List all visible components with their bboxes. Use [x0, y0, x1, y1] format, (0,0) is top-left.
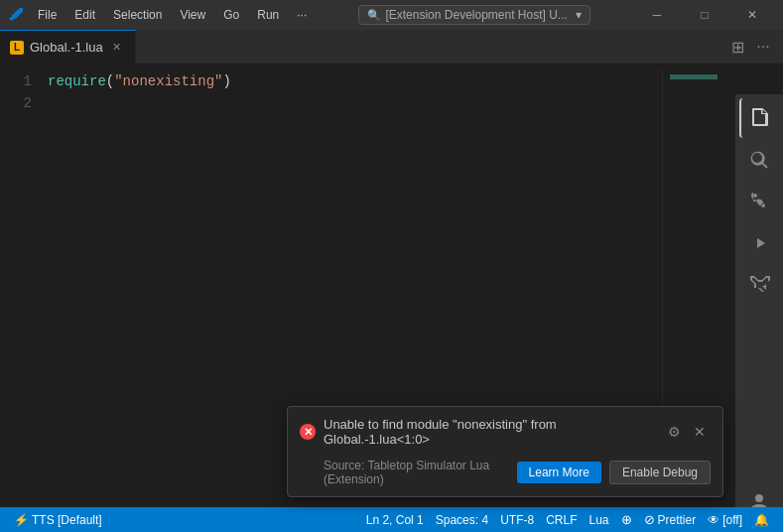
tab-actions: ⊞ ···: [725, 35, 783, 59]
sidebar-item-run-debug[interactable]: [739, 223, 779, 263]
maximize-button[interactable]: □: [682, 0, 727, 30]
learn-more-button[interactable]: Learn More: [517, 462, 601, 483]
search-icon: 🔍: [367, 9, 381, 22]
sidebar-item-search[interactable]: [739, 140, 779, 180]
notification-popup: ✕ Unable to find module "nonexisting" fr…: [287, 406, 723, 497]
line-ending[interactable]: CRLF: [540, 507, 583, 532]
notification-header: ✕ Unable to find module "nonexisting" fr…: [288, 407, 722, 453]
prettier-text: Prettier: [658, 513, 697, 527]
tab-global-lua[interactable]: L Global.-1.lua ✕: [0, 30, 136, 65]
line-number-2: 2: [8, 92, 32, 114]
encoding[interactable]: UTF-8: [494, 507, 540, 532]
eye-status: [off]: [722, 513, 742, 527]
notification-top-actions: ⚙ ✕: [663, 421, 711, 443]
notification-footer: Source: Tabletop Simulator Lua (Extensio…: [288, 453, 722, 496]
eye-button[interactable]: 👁 [off]: [702, 507, 748, 532]
title-bar-search[interactable]: 🔍 [Extension Development Host] U... ▾: [358, 5, 589, 25]
activity-bar: [735, 94, 783, 532]
prettier-button[interactable]: ⊘ Prettier: [638, 507, 703, 532]
line-ending-text: CRLF: [546, 513, 577, 527]
sidebar-item-extensions[interactable]: [739, 265, 779, 305]
remote-indicator[interactable]: ⚡ TTS [Default]: [8, 507, 108, 532]
minimap-code-indicator: [670, 74, 718, 79]
enable-debug-button[interactable]: Enable Debug: [609, 461, 711, 484]
language-mode[interactable]: Lua: [583, 507, 614, 532]
eye-icon: 👁: [708, 513, 719, 527]
menu-selection[interactable]: Selection: [105, 6, 170, 24]
title-bar: File Edit Selection View Go Run ··· 🔍 [E…: [0, 0, 783, 30]
search-text: [Extension Development Host] U...: [385, 8, 567, 22]
menu-run[interactable]: Run: [249, 6, 287, 24]
notification-gear-button[interactable]: ⚙: [663, 421, 685, 443]
notification-close-button[interactable]: ✕: [689, 421, 711, 443]
remote-name: TTS [Default]: [32, 513, 102, 527]
window-controls: ─ □ ✕: [634, 0, 775, 30]
status-bar: ⚡ TTS [Default] Ln 2, Col 1 Spaces: 4 UT…: [0, 507, 783, 532]
chevron-down-icon: ▾: [576, 8, 582, 22]
tab-bar: L Global.-1.lua ✕ ⊞ ···: [0, 30, 783, 65]
menu-bar: File Edit Selection View Go Run ···: [30, 6, 315, 24]
position-text: Ln 2, Col 1: [366, 513, 424, 527]
line-number-1: 1: [8, 70, 32, 92]
tab-filename: Global.-1.lua: [30, 40, 103, 55]
code-keyword-require: require: [48, 70, 106, 92]
sidebar-item-explorer[interactable]: [739, 98, 779, 138]
vertical-scrollbar[interactable]: [721, 70, 735, 501]
tab-layout-button[interactable]: ⊞: [725, 35, 749, 59]
cursor-position[interactable]: Ln 2, Col 1: [360, 507, 430, 532]
spaces-text: Spaces: 4: [436, 513, 488, 527]
error-icon: ✕: [300, 424, 316, 440]
menu-view[interactable]: View: [172, 6, 213, 24]
notifications-bell[interactable]: 🔔: [748, 507, 775, 532]
encoding-text: UTF-8: [500, 513, 534, 527]
tab-more-button[interactable]: ···: [751, 35, 775, 59]
bell-icon: 🔔: [754, 513, 769, 527]
close-button[interactable]: ✕: [729, 0, 775, 30]
status-bar-right: Ln 2, Col 1 Spaces: 4 UTF-8 CRLF Lua ⊕ ⊘…: [360, 507, 775, 532]
code-line-2: [48, 92, 654, 114]
format-button[interactable]: ⊕: [615, 507, 638, 532]
menu-go[interactable]: Go: [215, 6, 247, 24]
remote-icon: ⚡: [14, 513, 29, 527]
menu-file[interactable]: File: [30, 6, 65, 24]
sidebar-item-source-control[interactable]: [739, 182, 779, 221]
tab-close-button[interactable]: ✕: [109, 40, 125, 56]
code-string-nonexisting: "nonexisting": [114, 70, 222, 92]
format-icon: ⊕: [621, 512, 632, 527]
notification-source: Source: Tabletop Simulator Lua (Extensio…: [324, 459, 509, 486]
menu-more[interactable]: ···: [289, 6, 315, 24]
prettier-icon: ⊘: [644, 512, 655, 527]
language-text: Lua: [588, 513, 608, 527]
code-paren-close: ): [222, 70, 230, 92]
code-paren-open: (: [106, 70, 114, 92]
tab-file-icon: L: [10, 41, 24, 55]
indentation[interactable]: Spaces: 4: [430, 507, 494, 532]
menu-edit[interactable]: Edit: [66, 6, 103, 24]
status-bar-left: ⚡ TTS [Default]: [8, 507, 108, 532]
app-logo: [8, 7, 24, 23]
line-numbers: 1 2: [0, 70, 40, 501]
minimize-button[interactable]: ─: [634, 0, 680, 30]
notification-message: Unable to find module "nonexisting" from…: [324, 417, 655, 447]
code-line-1: require("nonexisting"): [48, 70, 654, 92]
